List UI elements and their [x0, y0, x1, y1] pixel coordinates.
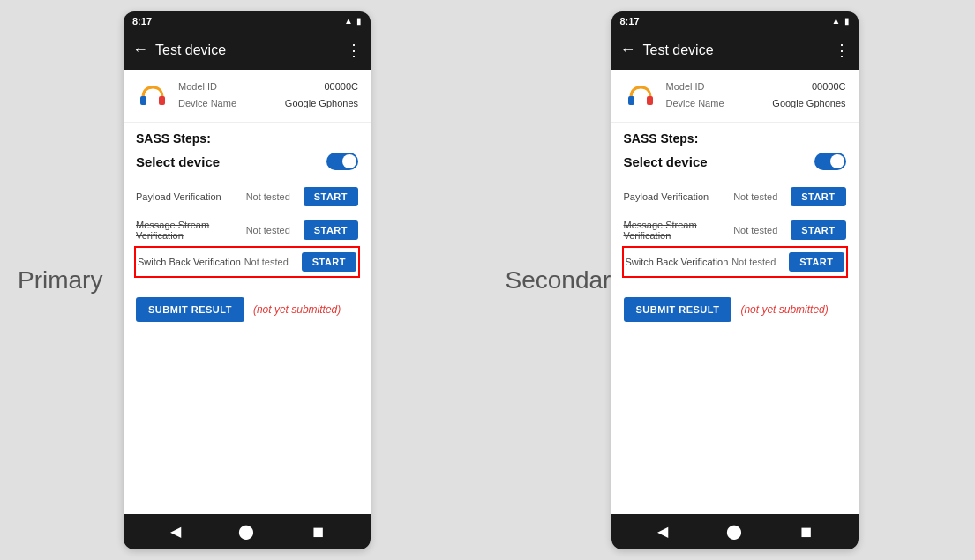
secondary-toolbar-title: Test device	[643, 42, 827, 58]
secondary-select-device-row: Select device	[624, 153, 846, 170]
primary-menu-button[interactable]: ⋮	[346, 41, 362, 60]
secondary-model-id-label: Model ID	[666, 78, 705, 96]
secondary-select-device-toggle[interactable]	[814, 153, 846, 170]
primary-test-name-1: Message StreamVerification	[136, 220, 246, 241]
primary-select-device-toggle[interactable]	[326, 153, 358, 170]
primary-panel: Primary 8:17 ▲ ▮ ← Test device ⋮	[0, 0, 488, 560]
primary-test-name-0: Payload Verification	[136, 191, 246, 202]
secondary-toggle-knob	[830, 154, 844, 168]
secondary-test-row-1: Message StreamVerification Not tested ST…	[624, 213, 846, 248]
primary-test-row-2: Switch Back Verification Not tested STAR…	[134, 246, 360, 278]
secondary-device-name-label: Device Name	[666, 95, 724, 113]
primary-test-status-1: Not tested	[246, 225, 304, 235]
primary-time: 8:17	[132, 16, 152, 26]
primary-back-nav-icon[interactable]: ◀	[170, 523, 181, 540]
svg-rect-2	[628, 96, 634, 105]
secondary-model-id-value: 00000C	[812, 78, 846, 96]
svg-rect-0	[140, 96, 146, 105]
svg-rect-3	[647, 96, 653, 105]
secondary-start-button-2[interactable]: START	[789, 252, 844, 272]
secondary-device-name-value: Google Gphones	[772, 95, 845, 113]
secondary-device-icon	[624, 78, 657, 112]
primary-start-button-0[interactable]: START	[304, 187, 358, 206]
secondary-start-button-0[interactable]: START	[791, 187, 845, 206]
primary-submit-button[interactable]: SUBMIT RESULT	[136, 297, 244, 322]
secondary-test-status-1: Not tested	[733, 225, 791, 235]
primary-sass-title: SASS Steps:	[136, 131, 358, 146]
primary-test-row-0: Payload Verification Not tested START	[136, 181, 358, 213]
secondary-test-row-0: Payload Verification Not tested START	[624, 181, 846, 213]
secondary-phone: 8:17 ▲ ▮ ← Test device ⋮	[611, 11, 859, 549]
secondary-not-submitted-text: (not yet submitted)	[740, 303, 828, 316]
secondary-status-bar: 8:17 ▲ ▮	[611, 11, 859, 31]
secondary-back-button[interactable]: ←	[620, 41, 636, 59]
secondary-toolbar: ← Test device ⋮	[611, 31, 859, 70]
primary-model-id-row: Model ID 00000C	[178, 78, 358, 96]
secondary-recents-nav-icon[interactable]: ◼	[800, 523, 812, 540]
primary-device-icon	[136, 78, 169, 112]
secondary-content: Model ID 00000C Device Name Google Gphon…	[611, 70, 859, 514]
primary-toolbar: ← Test device ⋮	[124, 31, 371, 70]
primary-device-name-value: Google Gphones	[285, 95, 358, 113]
secondary-device-info: Model ID 00000C Device Name Google Gphon…	[666, 78, 846, 114]
primary-content: Model ID 00000C Device Name Google Gphon…	[124, 70, 371, 514]
primary-device-info: Model ID 00000C Device Name Google Gphon…	[178, 78, 358, 114]
primary-select-device-row: Select device	[136, 153, 358, 170]
primary-test-row-1: Message StreamVerification Not tested ST…	[136, 213, 358, 248]
secondary-home-nav-icon[interactable]: ⬤	[726, 523, 742, 540]
secondary-select-device-label: Select device	[624, 154, 708, 169]
primary-back-button[interactable]: ←	[132, 41, 148, 59]
secondary-battery-icon: ▮	[844, 16, 850, 26]
primary-toolbar-title: Test device	[155, 42, 339, 58]
primary-test-name-2: Switch Back Verification	[138, 257, 244, 267]
secondary-nav-bar: ◀ ⬤ ◼	[611, 514, 859, 549]
primary-home-nav-icon[interactable]: ⬤	[238, 523, 254, 540]
secondary-menu-button[interactable]: ⋮	[834, 41, 850, 60]
primary-label: Primary	[9, 266, 124, 295]
secondary-submit-button[interactable]: SUBMIT RESULT	[624, 297, 732, 322]
secondary-test-name-2: Switch Back Verification	[626, 257, 732, 267]
secondary-back-nav-icon[interactable]: ◀	[657, 523, 668, 540]
battery-icon: ▮	[356, 16, 362, 26]
primary-recents-nav-icon[interactable]: ◼	[312, 523, 324, 540]
secondary-test-status-0: Not tested	[733, 191, 791, 202]
primary-status-bar: 8:17 ▲ ▮	[124, 11, 371, 31]
secondary-status-icons: ▲ ▮	[832, 16, 850, 26]
primary-phone: 8:17 ▲ ▮ ← Test device ⋮	[124, 11, 371, 549]
primary-model-id-value: 00000C	[324, 78, 358, 96]
secondary-test-status-2: Not tested	[731, 257, 789, 267]
svg-rect-1	[159, 96, 165, 105]
primary-device-card: Model ID 00000C Device Name Google Gphon…	[124, 70, 371, 123]
primary-toggle-knob	[342, 154, 356, 168]
primary-model-id-label: Model ID	[178, 78, 217, 96]
primary-test-status-2: Not tested	[244, 257, 302, 267]
primary-select-device-label: Select device	[136, 154, 220, 169]
secondary-test-name-1: Message StreamVerification	[624, 220, 734, 241]
primary-start-button-2[interactable]: START	[302, 252, 356, 272]
secondary-sass-title: SASS Steps:	[624, 131, 846, 146]
secondary-device-card: Model ID 00000C Device Name Google Gphon…	[611, 70, 859, 123]
primary-device-name-row: Device Name Google Gphones	[178, 95, 358, 113]
secondary-submit-section: SUBMIT RESULT (not yet submitted)	[611, 285, 859, 334]
secondary-test-name-0: Payload Verification	[624, 191, 734, 202]
secondary-wifi-icon: ▲	[832, 16, 841, 26]
primary-status-icons: ▲ ▮	[344, 16, 362, 26]
primary-test-status-0: Not tested	[246, 191, 304, 202]
secondary-model-id-row: Model ID 00000C	[666, 78, 846, 96]
secondary-label: Secondary	[497, 266, 611, 295]
secondary-panel: Secondary 8:17 ▲ ▮ ← Test device ⋮	[488, 0, 976, 560]
primary-nav-bar: ◀ ⬤ ◼	[124, 514, 371, 549]
secondary-test-row-2: Switch Back Verification Not tested STAR…	[622, 246, 848, 278]
primary-start-button-1[interactable]: START	[304, 220, 358, 240]
wifi-icon: ▲	[344, 16, 353, 26]
secondary-time: 8:17	[620, 16, 640, 26]
primary-submit-section: SUBMIT RESULT (not yet submitted)	[124, 285, 371, 334]
primary-sass-section: SASS Steps: Select device Payload Verifi…	[124, 123, 371, 285]
secondary-start-button-1[interactable]: START	[791, 220, 845, 240]
primary-device-name-label: Device Name	[178, 95, 236, 113]
secondary-sass-section: SASS Steps: Select device Payload Verifi…	[611, 123, 859, 285]
primary-not-submitted-text: (not yet submitted)	[253, 303, 341, 316]
secondary-device-name-row: Device Name Google Gphones	[666, 95, 846, 113]
